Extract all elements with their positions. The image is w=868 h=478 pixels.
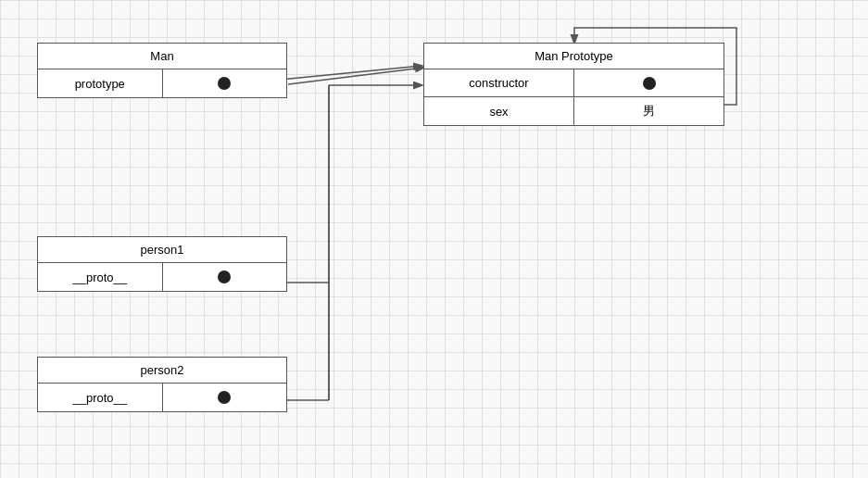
- constructor-value: [574, 69, 723, 96]
- person2-proto-value: [163, 384, 287, 411]
- person2-proto-label: __proto__: [38, 384, 163, 411]
- constructor-dot: [643, 77, 656, 90]
- man-title: Man: [38, 44, 286, 69]
- person1-box: person1 __proto__: [37, 236, 287, 292]
- man-prototype-box: Man Prototype constructor sex 男: [423, 43, 724, 126]
- person1-proto-label: __proto__: [38, 263, 163, 291]
- man-prototype-row: prototype: [38, 69, 286, 97]
- sex-row: sex 男: [424, 97, 723, 125]
- diagram-container: Man prototype Man Prototype constructor …: [0, 0, 868, 478]
- man-prototype-label: prototype: [38, 69, 163, 97]
- man-prototype-dot: [218, 77, 231, 90]
- sex-value: 男: [574, 97, 723, 125]
- sex-label: sex: [424, 97, 574, 125]
- person2-proto-dot: [218, 391, 231, 404]
- svg-line-0: [288, 68, 423, 84]
- constructor-row: constructor: [424, 69, 723, 97]
- person1-proto-row: __proto__: [38, 263, 286, 291]
- person2-proto-row: __proto__: [38, 384, 286, 411]
- man-prototype-value: [163, 69, 287, 97]
- person1-title: person1: [38, 237, 286, 263]
- person2-title: person2: [38, 358, 286, 384]
- person2-box: person2 __proto__: [37, 357, 287, 412]
- man-box: Man prototype: [37, 43, 287, 98]
- man-prototype-title: Man Prototype: [424, 44, 723, 69]
- constructor-label: constructor: [424, 69, 574, 96]
- person1-proto-value: [163, 263, 287, 291]
- person1-proto-dot: [218, 270, 231, 283]
